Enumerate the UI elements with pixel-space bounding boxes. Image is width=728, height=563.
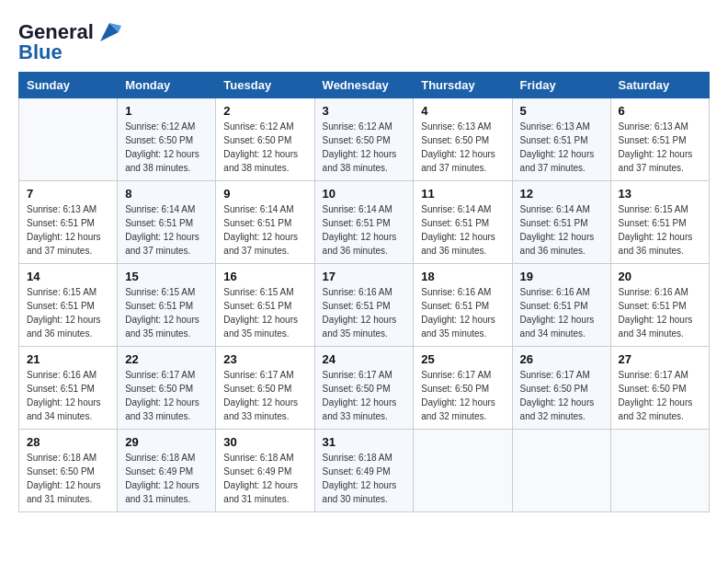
day-number: 29 bbox=[125, 435, 208, 449]
calendar-table: SundayMondayTuesdayWednesdayThursdayFrid… bbox=[18, 72, 710, 512]
calendar-cell: 16Sunrise: 6:15 AM Sunset: 6:51 PM Dayli… bbox=[216, 264, 314, 347]
day-number: 24 bbox=[323, 352, 406, 366]
day-info: Sunrise: 6:13 AM Sunset: 6:50 PM Dayligh… bbox=[421, 120, 504, 175]
weekday-header-sunday: Sunday bbox=[19, 73, 118, 98]
calendar-cell: 8Sunrise: 6:14 AM Sunset: 6:51 PM Daylig… bbox=[118, 181, 216, 264]
day-number: 9 bbox=[223, 187, 306, 201]
day-number: 16 bbox=[223, 270, 306, 283]
day-info: Sunrise: 6:18 AM Sunset: 6:49 PM Dayligh… bbox=[125, 451, 208, 506]
logo: General Blue bbox=[18, 18, 123, 63]
calendar-week-row: 14Sunrise: 6:15 AM Sunset: 6:51 PM Dayli… bbox=[19, 264, 710, 347]
calendar-cell: 2Sunrise: 6:12 AM Sunset: 6:50 PM Daylig… bbox=[216, 98, 314, 181]
day-number: 10 bbox=[323, 187, 406, 201]
calendar-cell: 29Sunrise: 6:18 AM Sunset: 6:49 PM Dayli… bbox=[118, 430, 216, 512]
day-number: 1 bbox=[125, 104, 208, 118]
calendar-cell: 27Sunrise: 6:17 AM Sunset: 6:50 PM Dayli… bbox=[610, 347, 709, 430]
calendar-cell: 3Sunrise: 6:12 AM Sunset: 6:50 PM Daylig… bbox=[314, 98, 414, 181]
day-info: Sunrise: 6:14 AM Sunset: 6:51 PM Dayligh… bbox=[520, 202, 603, 258]
day-info: Sunrise: 6:13 AM Sunset: 6:51 PM Dayligh… bbox=[619, 120, 701, 175]
day-number: 17 bbox=[323, 270, 406, 283]
day-number: 18 bbox=[421, 270, 504, 283]
day-info: Sunrise: 6:15 AM Sunset: 6:51 PM Dayligh… bbox=[27, 285, 109, 340]
day-number: 5 bbox=[520, 104, 603, 118]
calendar-cell: 15Sunrise: 6:15 AM Sunset: 6:51 PM Dayli… bbox=[118, 264, 216, 347]
calendar-cell: 30Sunrise: 6:18 AM Sunset: 6:49 PM Dayli… bbox=[216, 430, 314, 512]
weekday-header-row: SundayMondayTuesdayWednesdayThursdayFrid… bbox=[19, 73, 710, 98]
calendar-cell: 24Sunrise: 6:17 AM Sunset: 6:50 PM Dayli… bbox=[314, 347, 414, 430]
calendar-cell: 25Sunrise: 6:17 AM Sunset: 6:50 PM Dayli… bbox=[414, 347, 512, 430]
day-info: Sunrise: 6:17 AM Sunset: 6:50 PM Dayligh… bbox=[619, 368, 701, 423]
calendar-cell: 9Sunrise: 6:14 AM Sunset: 6:51 PM Daylig… bbox=[216, 181, 314, 264]
calendar-cell: 28Sunrise: 6:18 AM Sunset: 6:50 PM Dayli… bbox=[19, 430, 118, 512]
calendar-cell: 21Sunrise: 6:16 AM Sunset: 6:51 PM Dayli… bbox=[19, 347, 118, 430]
calendar-cell: 13Sunrise: 6:15 AM Sunset: 6:51 PM Dayli… bbox=[610, 181, 709, 264]
day-number: 31 bbox=[323, 435, 406, 449]
day-number: 12 bbox=[520, 187, 603, 201]
day-number: 21 bbox=[27, 352, 109, 366]
day-info: Sunrise: 6:16 AM Sunset: 6:51 PM Dayligh… bbox=[619, 285, 701, 340]
calendar-cell: 20Sunrise: 6:16 AM Sunset: 6:51 PM Dayli… bbox=[610, 264, 709, 347]
day-number: 4 bbox=[421, 104, 504, 118]
day-number: 14 bbox=[27, 270, 109, 283]
day-number: 30 bbox=[223, 435, 306, 449]
calendar-week-row: 28Sunrise: 6:18 AM Sunset: 6:50 PM Dayli… bbox=[19, 430, 710, 512]
day-info: Sunrise: 6:18 AM Sunset: 6:50 PM Dayligh… bbox=[27, 451, 109, 506]
logo-icon bbox=[96, 18, 123, 46]
calendar-week-row: 7Sunrise: 6:13 AM Sunset: 6:51 PM Daylig… bbox=[19, 181, 710, 264]
day-info: Sunrise: 6:18 AM Sunset: 6:49 PM Dayligh… bbox=[323, 451, 406, 506]
day-info: Sunrise: 6:16 AM Sunset: 6:51 PM Dayligh… bbox=[323, 285, 406, 340]
day-info: Sunrise: 6:15 AM Sunset: 6:51 PM Dayligh… bbox=[619, 202, 701, 258]
calendar-cell: 14Sunrise: 6:15 AM Sunset: 6:51 PM Dayli… bbox=[19, 264, 118, 347]
day-number: 8 bbox=[125, 187, 208, 201]
day-info: Sunrise: 6:14 AM Sunset: 6:51 PM Dayligh… bbox=[223, 202, 306, 258]
day-number: 22 bbox=[125, 352, 208, 366]
day-number: 20 bbox=[619, 270, 701, 283]
day-info: Sunrise: 6:17 AM Sunset: 6:50 PM Dayligh… bbox=[520, 368, 603, 423]
weekday-header-saturday: Saturday bbox=[610, 73, 709, 98]
weekday-header-friday: Friday bbox=[512, 73, 610, 98]
calendar-cell: 1Sunrise: 6:12 AM Sunset: 6:50 PM Daylig… bbox=[118, 98, 216, 181]
weekday-header-tuesday: Tuesday bbox=[216, 73, 314, 98]
calendar-cell: 7Sunrise: 6:13 AM Sunset: 6:51 PM Daylig… bbox=[19, 181, 118, 264]
day-info: Sunrise: 6:14 AM Sunset: 6:51 PM Dayligh… bbox=[323, 202, 406, 258]
day-info: Sunrise: 6:12 AM Sunset: 6:50 PM Dayligh… bbox=[323, 120, 406, 175]
day-info: Sunrise: 6:12 AM Sunset: 6:50 PM Dayligh… bbox=[223, 120, 306, 175]
day-info: Sunrise: 6:17 AM Sunset: 6:50 PM Dayligh… bbox=[223, 368, 306, 423]
calendar-cell bbox=[414, 430, 512, 512]
calendar-cell: 6Sunrise: 6:13 AM Sunset: 6:51 PM Daylig… bbox=[610, 98, 709, 181]
calendar-cell: 18Sunrise: 6:16 AM Sunset: 6:51 PM Dayli… bbox=[414, 264, 512, 347]
calendar-cell: 22Sunrise: 6:17 AM Sunset: 6:50 PM Dayli… bbox=[118, 347, 216, 430]
weekday-header-wednesday: Wednesday bbox=[314, 73, 414, 98]
day-number: 11 bbox=[421, 187, 504, 201]
day-info: Sunrise: 6:15 AM Sunset: 6:51 PM Dayligh… bbox=[125, 285, 208, 340]
calendar-cell: 17Sunrise: 6:16 AM Sunset: 6:51 PM Dayli… bbox=[314, 264, 414, 347]
day-info: Sunrise: 6:16 AM Sunset: 6:51 PM Dayligh… bbox=[27, 368, 109, 423]
calendar-cell: 10Sunrise: 6:14 AM Sunset: 6:51 PM Dayli… bbox=[314, 181, 414, 264]
day-info: Sunrise: 6:18 AM Sunset: 6:49 PM Dayligh… bbox=[223, 451, 306, 506]
day-number: 23 bbox=[223, 352, 306, 366]
day-info: Sunrise: 6:15 AM Sunset: 6:51 PM Dayligh… bbox=[223, 285, 306, 340]
day-info: Sunrise: 6:16 AM Sunset: 6:51 PM Dayligh… bbox=[520, 285, 603, 340]
calendar-cell: 4Sunrise: 6:13 AM Sunset: 6:50 PM Daylig… bbox=[414, 98, 512, 181]
day-number: 13 bbox=[619, 187, 701, 201]
day-info: Sunrise: 6:16 AM Sunset: 6:51 PM Dayligh… bbox=[421, 285, 504, 340]
day-info: Sunrise: 6:14 AM Sunset: 6:51 PM Dayligh… bbox=[125, 202, 208, 258]
day-number: 19 bbox=[520, 270, 603, 283]
day-number: 2 bbox=[223, 104, 306, 118]
calendar-cell: 23Sunrise: 6:17 AM Sunset: 6:50 PM Dayli… bbox=[216, 347, 314, 430]
day-number: 26 bbox=[520, 352, 603, 366]
day-number: 25 bbox=[421, 352, 504, 366]
day-number: 15 bbox=[125, 270, 208, 283]
weekday-header-monday: Monday bbox=[118, 73, 216, 98]
calendar-cell bbox=[19, 98, 118, 181]
day-info: Sunrise: 6:14 AM Sunset: 6:51 PM Dayligh… bbox=[421, 202, 504, 258]
weekday-header-thursday: Thursday bbox=[414, 73, 512, 98]
day-info: Sunrise: 6:17 AM Sunset: 6:50 PM Dayligh… bbox=[323, 368, 406, 423]
calendar-cell: 11Sunrise: 6:14 AM Sunset: 6:51 PM Dayli… bbox=[414, 181, 512, 264]
day-info: Sunrise: 6:17 AM Sunset: 6:50 PM Dayligh… bbox=[125, 368, 208, 423]
calendar-cell: 12Sunrise: 6:14 AM Sunset: 6:51 PM Dayli… bbox=[512, 181, 610, 264]
calendar-week-row: 21Sunrise: 6:16 AM Sunset: 6:51 PM Dayli… bbox=[19, 347, 710, 430]
calendar-cell bbox=[512, 430, 610, 512]
day-info: Sunrise: 6:12 AM Sunset: 6:50 PM Dayligh… bbox=[125, 120, 208, 175]
calendar-cell: 19Sunrise: 6:16 AM Sunset: 6:51 PM Dayli… bbox=[512, 264, 610, 347]
